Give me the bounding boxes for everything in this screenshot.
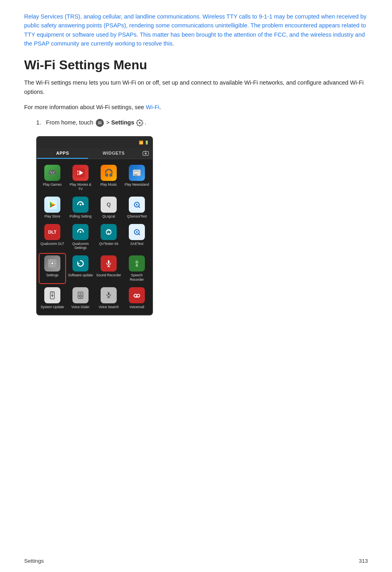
svg-point-3 — [101, 122, 101, 122]
saetest-label: SAETest — [130, 242, 144, 246]
settings-svg — [48, 259, 57, 268]
app-play-newsstand[interactable]: 📰 Play Newsstand — [123, 162, 151, 193]
phone-screenshot: 📶 🔋 APPS WIDGETS 🎮 Play Games — [36, 136, 153, 315]
app-voice-dialer[interactable]: Voice Dialer — [67, 285, 94, 311]
home-button-icon — [96, 119, 104, 127]
app-voicemail[interactable]: Voicemail — [123, 285, 151, 311]
app-play-games[interactable]: 🎮 Play Games — [39, 162, 66, 193]
svg-rect-47 — [136, 264, 138, 265]
software-update-icon — [72, 255, 89, 271]
speech-recorder-label: Speech Recorder — [124, 273, 150, 281]
play-store-label: Play Store — [44, 214, 60, 218]
svg-point-27 — [80, 231, 81, 233]
qualcomm-dlt-label: Qualcomm DLT — [41, 242, 64, 246]
app-qualcomm-dlt[interactable]: DLT Qualcomm DLT — [39, 222, 66, 252]
para2-prefix: For more information about Wi-Fi setting… — [24, 104, 146, 110]
svg-point-1 — [98, 122, 99, 122]
app-play-movies[interactable]: Play Movies & TV — [67, 162, 94, 193]
svg-rect-56 — [79, 293, 82, 294]
screenshot-icon — [139, 148, 152, 159]
svg-point-6 — [101, 123, 101, 124]
app-software-update[interactable]: Software update — [67, 253, 94, 284]
play-newsstand-label: Play Newsstand — [125, 182, 149, 187]
step-period: . — [145, 119, 146, 126]
svg-point-55 — [80, 296, 81, 296]
qsensortest-label: QSensorTest — [127, 214, 146, 218]
app-qualcomm-settings[interactable]: Qualcomm Settings — [67, 222, 94, 252]
svg-rect-13 — [77, 173, 78, 175]
play-games-icon: 🎮 — [44, 165, 60, 181]
polling-svg — [76, 200, 85, 209]
footer-right: 313 — [359, 558, 368, 564]
app-saetest[interactable]: SAETest — [123, 222, 151, 252]
app-sound-recorder[interactable]: Sound Recorder — [95, 253, 122, 284]
qlogcat-icon: Q — [101, 197, 117, 213]
body-para-1: The Wi-Fi settings menu lets you turn Wi… — [24, 78, 368, 97]
voice-dialer-label: Voice Dialer — [71, 305, 89, 309]
sound-recorder-svg — [104, 259, 113, 268]
play-store-svg — [48, 200, 57, 209]
app-settings[interactable]: Settings — [39, 253, 66, 284]
para2-suffix: . — [159, 104, 161, 110]
tab-apps[interactable]: APPS — [37, 148, 88, 159]
svg-point-2 — [99, 122, 100, 122]
settings-label: Settings — [46, 273, 59, 277]
section-title: Wi-Fi Settings Menu — [24, 57, 368, 73]
svg-point-4 — [98, 123, 99, 124]
svg-rect-12 — [77, 170, 78, 172]
software-update-label: Software update — [68, 273, 93, 277]
speech-recorder-icon — [129, 255, 145, 271]
app-qlogcat[interactable]: Q QLogcat — [95, 194, 122, 221]
step-middle: > — [106, 119, 111, 126]
wifi-link[interactable]: Wi-Fi — [146, 104, 159, 110]
svg-point-33 — [136, 231, 138, 233]
app-polling[interactable]: Polling Setting — [67, 194, 94, 221]
step-prefix: From home, touch — [46, 119, 95, 126]
app-play-music[interactable]: 🎧 Play Music — [95, 162, 122, 193]
polling-label: Polling Setting — [70, 214, 91, 218]
play-movies-svg — [76, 168, 85, 177]
settings-icon — [44, 255, 60, 271]
step-1: 1. From home, touch > Settings . — [36, 118, 368, 128]
home-circle-svg — [96, 119, 104, 127]
speech-recorder-svg — [132, 259, 141, 268]
qualcomm-settings-icon — [72, 224, 89, 240]
status-icons: 📶 🔋 — [139, 141, 149, 145]
play-music-icon: 🎧 — [101, 165, 117, 181]
saetest-icon — [129, 224, 145, 240]
app-speech-recorder[interactable]: Speech Recorder — [123, 253, 151, 284]
software-update-svg — [76, 259, 85, 268]
play-movies-icon — [72, 165, 89, 181]
sound-recorder-label: Sound Recorder — [96, 273, 121, 277]
app-play-store[interactable]: Play Store — [39, 194, 66, 221]
polling-icon — [72, 197, 89, 213]
app-system-update[interactable]: System Update — [39, 285, 66, 311]
app-qvtester[interactable]: QVTester-04 — [95, 222, 122, 252]
voicemail-icon — [129, 287, 145, 303]
voice-search-icon — [101, 287, 117, 303]
page-footer: Settings 313 — [24, 558, 368, 564]
svg-point-8 — [145, 153, 147, 155]
svg-point-45 — [138, 261, 138, 262]
voicemail-svg — [132, 291, 141, 300]
svg-point-5 — [99, 123, 100, 124]
step-number: 1. — [36, 119, 41, 126]
svg-rect-9 — [144, 151, 146, 152]
tab-bar[interactable]: APPS WIDGETS — [37, 148, 152, 159]
voice-dialer-icon — [72, 287, 89, 303]
step-settings-label: Settings — [111, 119, 134, 126]
svg-point-36 — [51, 262, 54, 265]
app-qsensortest[interactable]: QSensorTest — [123, 194, 151, 221]
qualcomm-dlt-icon: DLT — [44, 224, 60, 240]
app-voice-search[interactable]: Voice Search — [95, 285, 122, 311]
svg-point-44 — [136, 261, 136, 262]
play-music-label: Play Music — [100, 182, 117, 187]
camera-icon — [142, 150, 149, 157]
tab-widgets[interactable]: WIDGETS — [88, 148, 139, 159]
gear-icon — [136, 119, 143, 126]
svg-rect-39 — [108, 260, 109, 264]
body-para-2: For more information about Wi-Fi setting… — [24, 103, 368, 112]
voice-search-label: Voice Search — [99, 305, 119, 309]
footer-left: Settings — [24, 558, 44, 564]
qvtester-label: QVTester-04 — [99, 242, 118, 246]
